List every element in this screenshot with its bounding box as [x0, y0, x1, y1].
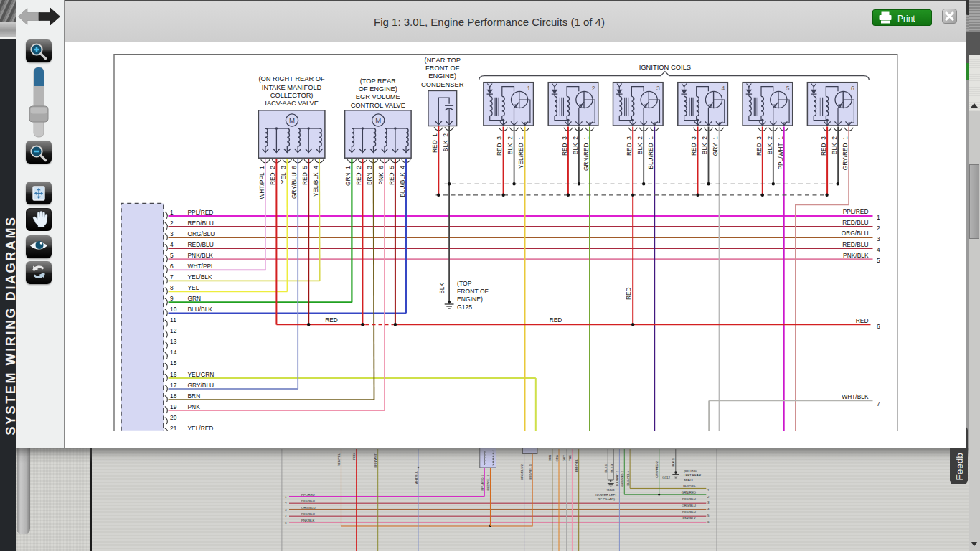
svg-text:RED/BLU: RED/BLU: [682, 510, 696, 514]
svg-text:GRY 1: GRY 1: [712, 136, 719, 156]
svg-text:EGR VOLUME: EGR VOLUME: [356, 93, 400, 100]
svg-text:ORG/BLU: ORG/BLU: [682, 504, 696, 507]
svg-text:GRY/BLU: GRY/BLU: [188, 382, 215, 389]
svg-text:PNK/BLK: PNK/BLK: [843, 252, 869, 259]
svg-text:GRN/RED: GRN/RED: [682, 491, 696, 494]
svg-text:1: 1: [285, 495, 287, 499]
svg-text:COLLECTOR): COLLECTOR): [270, 92, 314, 99]
svg-text:10: 10: [170, 306, 177, 313]
svg-text:6: 6: [707, 520, 710, 524]
svg-text:RED/BLU: RED/BLU: [301, 499, 315, 503]
svg-text:14: 14: [170, 349, 177, 356]
svg-text:RED/BLU: RED/BLU: [842, 219, 868, 226]
svg-text:WHT/BLU: WHT/BLU: [415, 471, 418, 484]
svg-text:ENGINE): ENGINE): [428, 72, 456, 80]
svg-text:RED 3: RED 3: [496, 136, 503, 156]
svg-text:INTAKE MANIFOLD: INTAKE MANIFOLD: [262, 84, 322, 91]
svg-text:1: 1: [707, 489, 710, 492]
svg-text:3: 3: [285, 508, 287, 512]
svg-text:RED: RED: [325, 316, 338, 324]
svg-text:GRN: GRN: [188, 295, 202, 302]
svg-text:4: 4: [707, 507, 710, 511]
svg-text:M: M: [375, 116, 381, 124]
svg-text:RED 2: RED 2: [269, 166, 276, 185]
svg-text:2: 2: [170, 220, 174, 227]
svg-text:5: 5: [707, 514, 710, 517]
svg-text:RED/BLU: RED/BLU: [301, 512, 315, 516]
svg-text:RED/YEL 2: RED/YEL 2: [486, 474, 490, 490]
svg-text:5: 5: [170, 252, 174, 259]
svg-text:RED/BLU: RED/BLU: [188, 220, 214, 227]
svg-text:BRN 3: BRN 3: [366, 166, 373, 185]
svg-text:RED/BLU: RED/BLU: [188, 241, 214, 248]
svg-text:M: M: [289, 116, 295, 124]
svg-text:20: 20: [170, 414, 177, 421]
svg-text:PPL/RED: PPL/RED: [301, 493, 315, 496]
svg-text:BLK 2: BLK 2: [766, 136, 773, 154]
svg-text:"B" PILLAR): "B" PILLAR): [598, 497, 615, 501]
svg-text:RED 3: RED 3: [755, 136, 763, 156]
svg-text:RED 3: RED 3: [561, 136, 568, 156]
svg-text:YEL/BLK 4: YEL/BLK 4: [312, 166, 319, 197]
svg-text:RED: RED: [856, 317, 869, 324]
svg-text:BLK/YEL 4: BLK/YEL 4: [626, 470, 630, 485]
svg-text:SEAT): SEAT): [684, 478, 693, 481]
svg-text:2: 2: [877, 225, 880, 232]
svg-text:IGNITION COILS: IGNITION COILS: [639, 63, 691, 71]
svg-text:3: 3: [877, 235, 880, 242]
svg-text:4: 4: [170, 241, 174, 248]
svg-text:6: 6: [877, 323, 880, 330]
svg-text:ORG/BLU: ORG/BLU: [842, 230, 869, 237]
svg-text:17: 17: [170, 382, 177, 389]
svg-text:BLK 2: BLK 2: [572, 136, 579, 154]
svg-text:5: 5: [285, 521, 287, 524]
svg-text:WHT/BLK: WHT/BLK: [842, 393, 869, 400]
svg-text:RED 3: RED 3: [690, 136, 697, 156]
svg-text:PNK: PNK: [188, 403, 201, 410]
svg-text:(TOP: (TOP: [457, 280, 472, 287]
svg-text:PNK/BLK: PNK/BLK: [682, 517, 696, 520]
svg-text:2: 2: [707, 495, 710, 499]
svg-text:5: 5: [877, 257, 880, 264]
svg-text:RED/BLU: RED/BLU: [682, 497, 696, 501]
svg-text:OF ENGINE): OF ENGINE): [359, 85, 397, 93]
svg-text:PPL/RED: PPL/RED: [843, 208, 869, 215]
svg-text:BLK 2: BLK 2: [442, 133, 449, 151]
svg-text:7: 7: [877, 400, 880, 408]
svg-text:RED 2: RED 2: [355, 166, 362, 185]
svg-text:WHT/PPL: WHT/PPL: [188, 263, 215, 270]
svg-text:(ON RIGHT REAR OF: (ON RIGHT REAR OF: [258, 75, 325, 83]
svg-text:PPL/RED 1: PPL/RED 1: [481, 474, 484, 490]
svg-text:6: 6: [851, 85, 854, 92]
svg-text:PPL/WHT 1: PPL/WHT 1: [777, 136, 784, 170]
svg-text:(LOWER LEFT: (LOWER LEFT: [595, 493, 617, 496]
svg-text:RED 5: RED 5: [301, 166, 308, 185]
svg-text:YEL/RED: YEL/RED: [188, 425, 214, 431]
svg-text:YEL/RED 1: YEL/RED 1: [517, 136, 524, 169]
svg-text:LEFT REAR: LEFT REAR: [684, 474, 701, 477]
svg-text:WHT/PPL 1: WHT/PPL 1: [258, 166, 265, 199]
svg-text:GRN/RED 2: GRN/RED 2: [621, 470, 624, 486]
svg-text:BLK 2: BLK 2: [636, 136, 644, 154]
svg-text:GRY/BLU 6: GRY/BLU 6: [291, 166, 298, 199]
svg-text:IACV-AAC VALVE: IACV-AAC VALVE: [265, 100, 319, 107]
svg-text:ORG/BLU: ORG/BLU: [301, 506, 316, 509]
svg-text:(TOP REAR: (TOP REAR: [360, 77, 397, 85]
svg-text:21: 21: [170, 425, 177, 431]
svg-text:BLK 2: BLK 2: [507, 136, 514, 154]
svg-text:ORG/BLU 2: ORG/BLU 2: [520, 463, 524, 480]
svg-text:ENGINE): ENGINE): [457, 296, 483, 303]
svg-text:5: 5: [786, 85, 790, 92]
svg-text:PPL/RED: PPL/RED: [188, 209, 214, 216]
svg-text:YEL/GRN: YEL/GRN: [188, 371, 215, 378]
svg-text:3: 3: [170, 230, 174, 237]
svg-text:RED: RED: [625, 287, 632, 300]
svg-text:18: 18: [170, 392, 177, 400]
svg-text:FRONT OF: FRONT OF: [457, 288, 489, 295]
svg-text:G312: G312: [662, 476, 670, 479]
svg-text:2: 2: [285, 501, 287, 505]
svg-text:6: 6: [170, 263, 174, 270]
svg-text:CONTROL VALVE: CONTROL VALVE: [351, 102, 405, 109]
svg-text:RED: RED: [550, 316, 562, 324]
svg-text:GRY/RED 1: GRY/RED 1: [842, 136, 849, 171]
